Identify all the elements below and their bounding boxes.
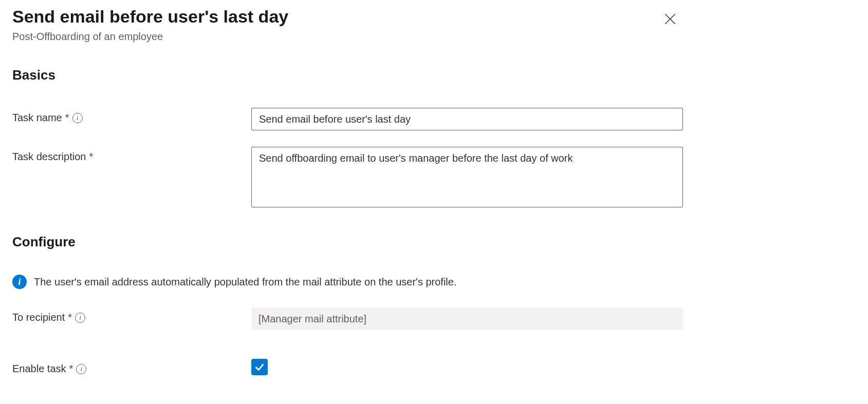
basics-form: Task name * i Task description *: [12, 108, 856, 209]
task-name-label-text: Task name: [12, 112, 62, 124]
to-recipient-label-text: To recipient: [12, 312, 65, 323]
task-description-control: [251, 147, 683, 209]
required-indicator: *: [65, 112, 69, 124]
required-indicator: *: [89, 151, 93, 163]
task-description-input[interactable]: [251, 147, 683, 207]
to-recipient-input: [251, 307, 683, 330]
enable-task-checkbox[interactable]: [251, 359, 268, 375]
task-description-label-text: Task description: [12, 151, 86, 163]
task-name-control: [251, 108, 683, 130]
required-indicator: *: [68, 312, 72, 323]
task-name-label: Task name * i: [12, 108, 251, 124]
header: Send email before user's last day Post-O…: [12, 5, 856, 43]
task-description-label: Task description *: [12, 147, 251, 163]
info-icon: i: [12, 275, 27, 289]
enable-task-label: Enable task * i: [12, 359, 251, 375]
close-button[interactable]: [659, 8, 681, 31]
basics-heading: Basics: [12, 67, 856, 83]
info-message-text: The user's email address automatically p…: [34, 276, 457, 288]
info-icon[interactable]: i: [76, 364, 86, 374]
task-panel: Send email before user's last day Post-O…: [0, 0, 868, 404]
enable-task-control: [251, 359, 683, 375]
to-recipient-label: To recipient * i: [12, 307, 251, 323]
configure-form: To recipient * i Enable task * i: [12, 307, 856, 375]
info-message: i The user's email address automatically…: [12, 275, 856, 289]
task-name-row: Task name * i: [12, 108, 856, 130]
info-icon[interactable]: i: [75, 313, 85, 323]
configure-heading: Configure: [12, 234, 856, 250]
info-icon[interactable]: i: [72, 113, 83, 123]
panel-subtitle: Post-Offboarding of an employee: [12, 31, 659, 43]
enable-task-row: Enable task * i: [12, 359, 856, 375]
checkmark-icon: [254, 361, 265, 373]
panel-title: Send email before user's last day: [12, 5, 659, 28]
task-name-input[interactable]: [251, 108, 683, 130]
to-recipient-row: To recipient * i: [12, 307, 856, 330]
close-icon: [663, 12, 677, 26]
enable-task-label-text: Enable task: [12, 363, 66, 375]
required-indicator: *: [69, 363, 73, 375]
task-description-row: Task description *: [12, 147, 856, 209]
header-text: Send email before user's last day Post-O…: [12, 5, 659, 43]
to-recipient-control: [251, 307, 683, 330]
